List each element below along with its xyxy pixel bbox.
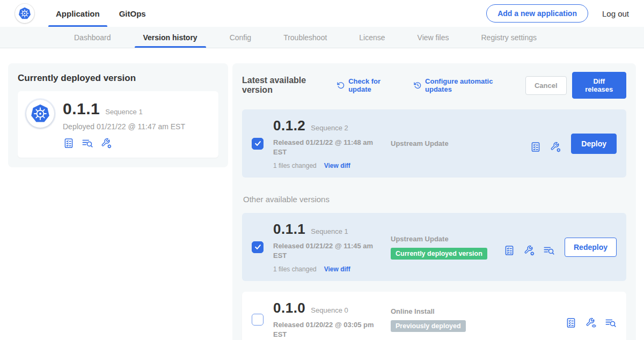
version-action-icons [565, 317, 617, 329]
checkmark-icon [254, 243, 262, 251]
preflight-checks-icon[interactable] [63, 137, 75, 149]
config-gear-icon[interactable] [523, 245, 535, 256]
version-row-actions: Redeploy [503, 238, 617, 257]
version-number: 0.1.2 [273, 117, 305, 134]
version-action-icons [503, 245, 555, 256]
version-source-label: Upstream Update [391, 235, 503, 243]
kubernetes-logo [15, 4, 34, 23]
version-info-column: 0.1.2 Sequence 2 Released 01/21/22 @ 11:… [273, 117, 383, 169]
version-source-column: Upstream Update Currently deployed versi… [391, 235, 503, 260]
deployed-version-icons [63, 137, 185, 149]
schedule-icon [413, 80, 422, 90]
version-info-column: 0.1.1 Sequence 1 Released 01/21/22 @ 11:… [273, 221, 383, 273]
files-changed-label: 1 files changed [273, 162, 317, 169]
version-number: 0.1.0 [273, 300, 305, 316]
deployed-version-number: 0.1.1 [63, 100, 100, 118]
check-for-update-label: Check for update [348, 77, 399, 93]
logout-link[interactable]: Log out [602, 9, 629, 18]
version-row-actions: Deploy [530, 134, 617, 154]
sequence-label: Sequence 1 [311, 227, 348, 235]
other-versions-label: Other available versions [243, 195, 625, 204]
redeploy-button[interactable]: Redeploy [565, 238, 617, 257]
latest-version-header: Latest available version Check for updat… [242, 72, 626, 99]
sequence-label: Sequence 0 [311, 306, 348, 314]
subnav-item-view-files[interactable]: View files [401, 27, 465, 48]
subnav-item-license[interactable]: License [343, 27, 401, 48]
subnav-item-config[interactable]: Config [214, 27, 267, 48]
configure-automatic-updates-button[interactable]: Configure automatic updates [413, 77, 511, 93]
deploy-logs-icon[interactable] [605, 317, 617, 329]
refresh-icon [336, 80, 345, 90]
subnav-item-version-history[interactable]: Version history [127, 27, 214, 48]
version-number: 0.1.1 [273, 221, 305, 238]
deploy-status-badge: Currently deployed version [391, 248, 487, 260]
top-nav-bar: ApplicationGitOps Add a new application … [0, 0, 644, 27]
deployed-version-card: 0.1.1 Sequence 1 Deployed 01/21/22 @ 11:… [18, 91, 218, 158]
sequence-label: Sequence 2 [311, 124, 348, 132]
check-for-update-button[interactable]: Check for update [336, 77, 399, 93]
released-timestamp: Released 01/20/22 @ 03:05 pm EST [273, 320, 375, 339]
view-diff-link[interactable]: View diff [324, 265, 350, 273]
deployed-sequence-label: Sequence 1 [105, 108, 142, 116]
view-diff-link[interactable]: View diff [324, 162, 350, 169]
deploy-logs-icon[interactable] [82, 137, 93, 149]
preflight-checks-icon[interactable] [503, 245, 515, 256]
config-eye-icon[interactable] [585, 317, 597, 329]
version-select-checkbox[interactable] [252, 314, 264, 326]
files-changed-label: 1 files changed [273, 265, 317, 273]
deploy-status-badge: Previously deployed [391, 320, 466, 332]
cancel-button[interactable]: Cancel [525, 76, 567, 95]
version-source-label: Online Install [391, 307, 565, 315]
diff-releases-button[interactable]: Diff releases [572, 72, 626, 99]
version-source-column: Online Install Previously deployed [391, 307, 565, 332]
subnav-item-dashboard[interactable]: Dashboard [58, 27, 127, 48]
released-timestamp: Released 01/21/22 @ 11:48 am EST [273, 138, 375, 157]
tab-application[interactable]: Application [48, 0, 107, 27]
version-row-actions [565, 311, 617, 329]
deploy-button[interactable]: Deploy [571, 134, 617, 154]
app-tabs: ApplicationGitOps [48, 0, 158, 27]
latest-available-title: Latest available version [242, 76, 329, 95]
deployed-timestamp: Deployed 01/21/22 @ 11:47 am EST [63, 122, 185, 131]
config-gear-icon[interactable] [100, 137, 112, 149]
deployed-panel-title: Currently deployed version [18, 73, 218, 84]
currently-deployed-panel: Currently deployed version 0.1.1 Sequenc… [8, 63, 228, 167]
deploy-logs-icon[interactable] [543, 245, 555, 256]
preflight-checks-icon[interactable] [530, 141, 541, 153]
config-gear-icon[interactable] [550, 141, 561, 153]
preflight-checks-icon[interactable] [565, 317, 577, 329]
version-select-checkbox[interactable] [252, 138, 264, 150]
version-info-column: 0.1.0 Sequence 0 Released 01/20/22 @ 03:… [273, 300, 383, 339]
version-source-column: Upstream Update [391, 139, 530, 147]
version-source-label: Upstream Update [391, 139, 530, 147]
add-application-button[interactable]: Add a new application [486, 4, 588, 23]
app-subnav: DashboardVersion historyConfigTroublesho… [0, 27, 644, 48]
version-row: 0.1.2 Sequence 2 Released 01/21/22 @ 11:… [242, 109, 626, 178]
tab-gitops[interactable]: GitOps [112, 0, 153, 27]
version-row: 0.1.1 Sequence 1 Released 01/21/22 @ 11:… [242, 213, 626, 281]
checkmark-icon [254, 139, 262, 147]
version-action-icons [530, 141, 561, 153]
app-icon [26, 100, 54, 128]
version-select-checkbox[interactable] [252, 241, 264, 253]
released-timestamp: Released 01/21/22 @ 11:45 am EST [273, 241, 375, 260]
main-content: Currently deployed version 0.1.1 Sequenc… [0, 48, 644, 340]
version-history-panel: Latest available version Check for updat… [232, 63, 636, 340]
subnav-item-troubleshoot[interactable]: Troubleshoot [267, 27, 343, 48]
configure-automatic-updates-label: Configure automatic updates [425, 77, 511, 93]
subnav-item-registry-settings[interactable]: Registry settings [465, 27, 552, 48]
version-row: 0.1.0 Sequence 0 Released 01/20/22 @ 03:… [242, 292, 626, 340]
